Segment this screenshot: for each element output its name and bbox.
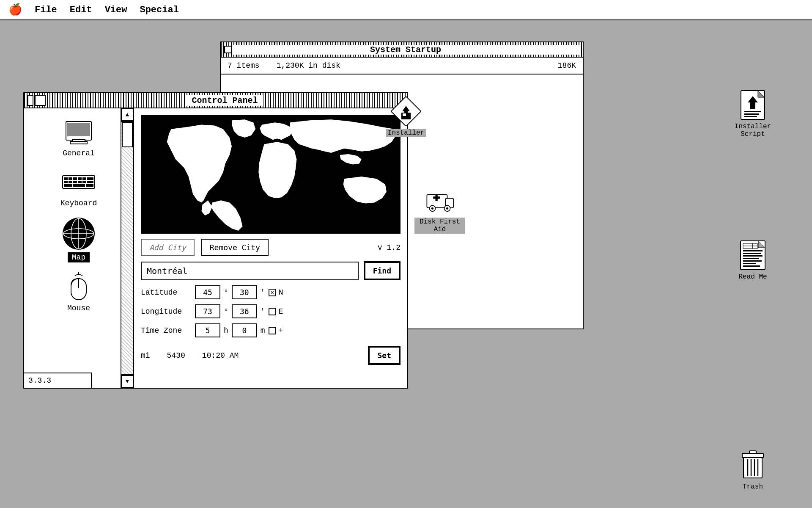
edit-menu[interactable]: Edit [70, 5, 92, 15]
scroll-thumb[interactable] [122, 122, 133, 147]
apple-menu[interactable]: 🍎 [8, 3, 22, 17]
svg-rect-54 [743, 258, 759, 259]
set-button[interactable]: Set [368, 346, 401, 365]
svg-point-46 [446, 207, 448, 210]
control-panel-titlebar: Control Panel [24, 93, 407, 108]
sidebar-item-map[interactable]: Map [36, 213, 121, 268]
add-city-button[interactable]: Add City [141, 239, 195, 256]
control-panel-window: Control Panel General [23, 92, 408, 389]
svg-rect-7 [73, 177, 77, 180]
find-button[interactable]: Find [364, 261, 401, 280]
disk-first-aid-desktop-icon[interactable]: Disk First Aid [414, 185, 465, 234]
latitude-degrees-unit: ° [224, 288, 228, 297]
special-menu[interactable]: Special [140, 5, 178, 15]
latitude-degrees-input[interactable] [195, 285, 220, 299]
svg-rect-5 [64, 177, 68, 180]
scroll-track [121, 121, 133, 375]
sidebar-item-keyboard[interactable]: Keyboard [36, 163, 121, 213]
longitude-degrees-unit: ° [224, 307, 228, 316]
version-text: v 1.2 [378, 243, 401, 252]
city-input[interactable] [141, 262, 359, 280]
timezone-plus-checkbox[interactable] [269, 327, 276, 334]
status-bar: mi 5430 10:20 AM Set [141, 342, 401, 368]
svg-rect-64 [743, 458, 762, 478]
installer-desktop-icon[interactable]: Installer [381, 97, 431, 137]
time-display: 10:20 AM [202, 351, 239, 360]
svg-rect-34 [403, 113, 406, 116]
installer-script-desktop-icon[interactable]: Installer Script [727, 90, 778, 138]
latitude-n-checkbox-row: N [269, 288, 283, 297]
scroll-down-arrow[interactable]: ▼ [121, 375, 134, 388]
svg-rect-13 [73, 181, 77, 183]
timezone-label: Time Zone [141, 326, 192, 335]
desktop: System Startup 7 items 1,230K in disk 18… [0, 20, 812, 508]
general-icon [62, 118, 96, 146]
sidebar-keyboard-label: Keyboard [60, 199, 97, 207]
city-row: Find [141, 261, 401, 280]
latitude-label: Latitude [141, 288, 192, 297]
read-me-label: Read Me [737, 273, 768, 281]
remove-city-button[interactable]: Remove City [201, 239, 269, 256]
svg-rect-1 [67, 123, 90, 136]
svg-rect-14 [78, 181, 82, 183]
longitude-row: Longitude ° ' E [141, 304, 401, 318]
map-icon [63, 218, 95, 250]
control-panel-squares [27, 95, 46, 106]
sidebar-map-label: Map [68, 252, 90, 262]
latitude-n-checkbox[interactable] [269, 289, 276, 296]
longitude-e-label: E [279, 307, 283, 316]
distance-unit: mi [141, 351, 150, 360]
system-startup-disk: 1,230K in disk [277, 61, 340, 70]
svg-rect-10 [87, 177, 93, 180]
longitude-minutes-input[interactable] [232, 304, 257, 318]
svg-rect-52 [743, 253, 761, 254]
latitude-minutes-input[interactable] [232, 285, 257, 299]
system-startup-title: System Startup [232, 45, 579, 55]
svg-rect-55 [743, 260, 762, 262]
trash-desktop-icon[interactable]: Trash [727, 450, 778, 491]
svg-rect-11 [64, 181, 68, 183]
timezone-m-unit: m [261, 326, 265, 335]
distance-value: 5430 [167, 351, 185, 360]
map-display[interactable] [141, 115, 401, 234]
svg-rect-16 [87, 181, 93, 183]
system-startup-items: 7 items [228, 61, 260, 70]
longitude-minutes-unit: ' [261, 307, 265, 316]
svg-rect-3 [70, 141, 87, 144]
system-startup-titlebar: System Startup [221, 42, 583, 58]
file-menu[interactable]: File [35, 5, 57, 15]
control-panel-sidebar: General [24, 108, 134, 388]
svg-rect-19 [86, 184, 93, 187]
trash-icon-image [738, 450, 768, 480]
trash-label: Trash [741, 483, 765, 491]
installer-script-icon-image [738, 90, 768, 120]
read-me-desktop-icon[interactable]: Read Me [727, 240, 778, 281]
latitude-row: Latitude ° ' N [141, 285, 401, 299]
installer-label: Installer [386, 129, 426, 137]
timezone-minutes-input[interactable] [232, 323, 257, 337]
scroll-up-arrow[interactable]: ▲ [121, 108, 134, 121]
view-menu[interactable]: View [105, 5, 127, 15]
svg-rect-17 [64, 184, 72, 187]
timezone-plus-checkbox-row: + [269, 326, 283, 335]
longitude-degrees-input[interactable] [195, 304, 220, 318]
latitude-minutes-unit: ' [261, 288, 265, 297]
longitude-e-checkbox[interactable] [269, 308, 276, 315]
sidebar-item-general[interactable]: General [36, 113, 121, 163]
timezone-h-unit: h [224, 326, 228, 335]
longitude-label: Longitude [141, 307, 192, 316]
svg-rect-8 [78, 177, 82, 180]
control-panel-body: General [24, 108, 407, 388]
svg-rect-48 [436, 194, 438, 201]
system-startup-close-button[interactable] [224, 46, 232, 53]
timezone-hours-input[interactable] [195, 323, 220, 337]
disk-first-aid-icon-image [425, 185, 455, 215]
latitude-n-label: N [279, 288, 283, 297]
svg-rect-9 [82, 177, 86, 180]
cp-square-large [35, 95, 46, 106]
svg-rect-51 [743, 250, 763, 251]
sidebar-item-mouse[interactable]: Mouse [36, 268, 121, 318]
svg-rect-63 [742, 453, 763, 458]
installer-icon-image [391, 97, 421, 126]
version-number: 3.3.3 [24, 373, 92, 388]
